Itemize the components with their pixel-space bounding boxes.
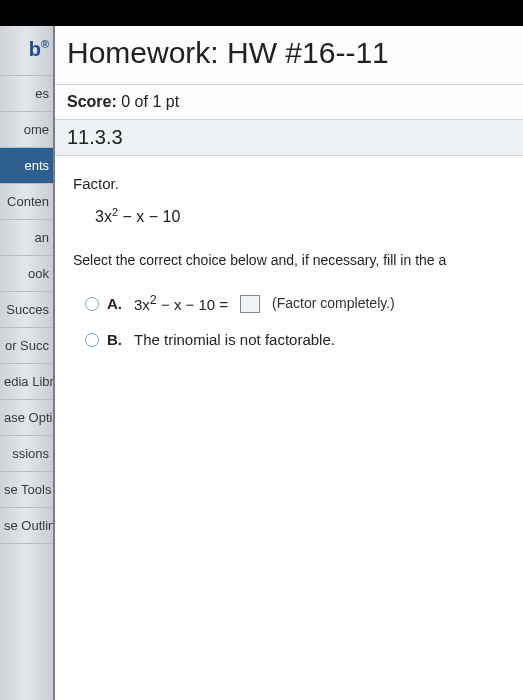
sidebar-item-label: or Succ (5, 338, 49, 353)
sidebar-item[interactable]: or Succ (0, 328, 53, 364)
sidebar-item[interactable]: ook (0, 256, 53, 292)
sidebar-item[interactable]: ssions (0, 436, 53, 472)
score-label: Score: (67, 93, 117, 110)
sidebar: b® es ome ents Conten an ook Succes or S… (0, 26, 55, 700)
choice-a[interactable]: A. 3x2 − x − 10 = (Factor completely.) (85, 285, 505, 322)
choice-hint: (Factor completely.) (272, 291, 395, 316)
question-number: 11.3.3 (55, 120, 523, 156)
sidebar-item-label: edia Libr (4, 374, 54, 389)
degree-icon: ® (41, 38, 49, 50)
sidebar-item[interactable]: an (0, 220, 53, 256)
sidebar-item[interactable]: Conten (0, 184, 53, 220)
radio-b[interactable] (85, 333, 99, 347)
instruction-text: Factor. (73, 170, 505, 197)
sidebar-item-label: ents (24, 158, 49, 173)
select-prompt: Select the correct choice below and, if … (73, 244, 505, 285)
choice-a-expression: 3x2 − x − 10 = (134, 289, 228, 318)
sidebar-item[interactable]: ase Optio (0, 400, 53, 436)
brand-logo: b® (0, 26, 53, 76)
expr-exponent: 2 (150, 293, 157, 307)
sidebar-item[interactable]: se Outline (0, 508, 53, 544)
app-window: b® es ome ents Conten an ook Succes or S… (0, 26, 523, 700)
main-content: Homework: HW #16--11 Score: 0 of 1 pt 11… (55, 26, 523, 700)
sidebar-item-label: ome (24, 122, 49, 137)
expr-part: 3x (134, 296, 150, 313)
sidebar-item-active[interactable]: ents (0, 148, 53, 184)
expression: 3x2 − x − 10 (73, 197, 505, 244)
sidebar-item[interactable]: se Tools (0, 472, 53, 508)
sidebar-item-label: es (35, 86, 49, 101)
answer-input[interactable] (240, 295, 260, 313)
sidebar-item-label: Succes (6, 302, 49, 317)
question-body: Factor. 3x2 − x − 10 Select the correct … (55, 156, 523, 700)
choice-letter: B. (107, 326, 122, 353)
sidebar-item-label: ssions (12, 446, 49, 461)
choice-b[interactable]: B. The trinomial is not factorable. (85, 322, 505, 357)
sidebar-item[interactable]: es (0, 76, 53, 112)
expr-part: − x − 10 (118, 208, 180, 225)
expr-part: 3x (95, 208, 112, 225)
radio-a[interactable] (85, 297, 99, 311)
sidebar-item[interactable]: edia Libr (0, 364, 53, 400)
score-value: 0 of 1 pt (121, 93, 179, 110)
sidebar-item-label: an (35, 230, 49, 245)
choices: A. 3x2 − x − 10 = (Factor completely.) B… (73, 285, 505, 357)
sidebar-item-label: ase Optio (4, 410, 55, 425)
sidebar-item-label: Conten (7, 194, 49, 209)
sidebar-item[interactable]: ome (0, 112, 53, 148)
choice-b-text: The trinomial is not factorable. (134, 326, 335, 353)
sidebar-item-label: se Tools (4, 482, 51, 497)
choice-letter: A. (107, 290, 122, 317)
window-top-bezel (0, 0, 523, 26)
brand-text: b (29, 38, 41, 60)
sidebar-item[interactable]: Succes (0, 292, 53, 328)
expr-part: − x − 10 = (157, 296, 228, 313)
sidebar-item-label: ook (28, 266, 49, 281)
sidebar-item-label: se Outline (4, 518, 55, 533)
score-row: Score: 0 of 1 pt (55, 85, 523, 120)
homework-title: Homework: HW #16--11 (55, 26, 523, 85)
